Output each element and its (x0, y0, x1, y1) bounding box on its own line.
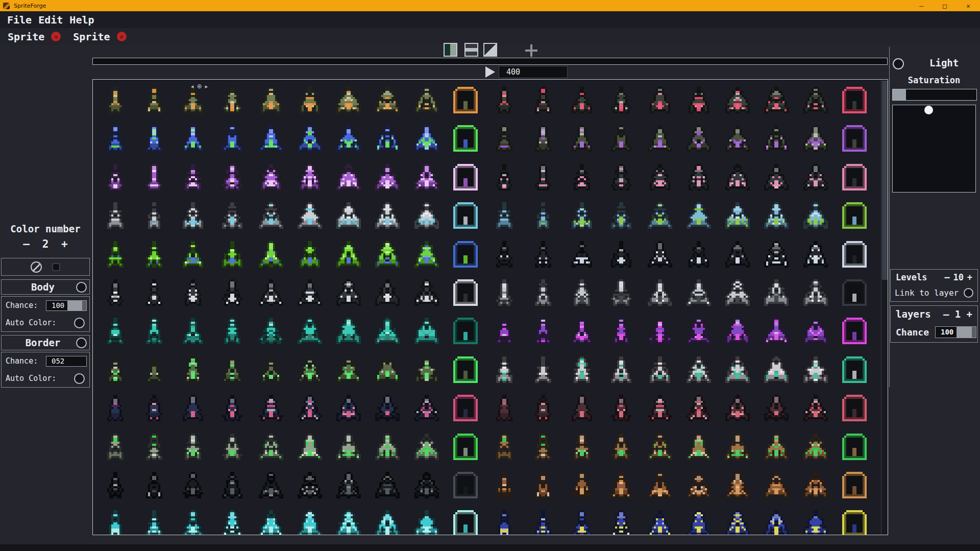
layer-chance-input[interactable]: 100 (935, 326, 976, 338)
light-toggle[interactable] (893, 58, 904, 69)
tab-sprite-1[interactable]: Sprite ✕ (8, 31, 61, 43)
menu-help[interactable]: Help (69, 14, 94, 26)
split-diagonal-icon[interactable] (483, 43, 497, 57)
menu-edit[interactable]: Edit (38, 14, 63, 26)
border-chance-input[interactable]: 052 (46, 356, 87, 367)
picker-dot[interactable] (924, 106, 933, 114)
app-window: SpriteForge – □ ✕ File Edit Help Sprite … (0, 0, 980, 551)
tab-label: Sprite (8, 31, 44, 43)
border-auto-color-label: Auto Color: (6, 374, 74, 383)
light-label: Light (929, 57, 959, 68)
border-section-title: Border (2, 337, 76, 348)
window-controls: – □ ✕ (910, 0, 980, 11)
window-title: SpriteForge (14, 3, 46, 9)
border-auto-color-toggle[interactable] (74, 373, 85, 384)
menubar: File Edit Help (0, 11, 980, 28)
body-section: Chance: 100 Auto Color: (1, 296, 90, 332)
body-auto-color-label: Auto Color: (6, 318, 74, 327)
body-chance-label: Chance: (6, 301, 46, 310)
play-button[interactable] (485, 66, 495, 78)
border-section-header: Border (1, 335, 90, 350)
levels-decrease-button[interactable]: — (945, 272, 950, 282)
layers-value: 1 (949, 308, 967, 320)
levels-increase-button[interactable]: + (967, 272, 972, 282)
no-color-tool-icon[interactable] (31, 261, 42, 273)
body-color-button[interactable] (76, 282, 87, 293)
layers-label: layers (896, 308, 943, 320)
minimize-button[interactable]: – (910, 0, 933, 11)
sprite-grid-panel: ◂⊕▸ (92, 79, 888, 535)
titlebar: SpriteForge – □ ✕ (0, 0, 980, 11)
layers-section: layers — 1 + Chance 100 (890, 305, 978, 343)
border-chance-label: Chance: (6, 356, 46, 366)
light-shading-picker[interactable] (892, 105, 976, 193)
saturation-slider-handle[interactable] (893, 89, 906, 100)
move-tool-icon[interactable] (525, 44, 537, 57)
layer-chance-row: Chance 100 (891, 322, 977, 342)
body-chance-input[interactable]: 100 (46, 300, 87, 311)
vertical-scrollbar[interactable] (881, 80, 888, 535)
color-number-decrease-button[interactable]: — (23, 238, 30, 250)
body-section-title: Body (2, 281, 76, 293)
body-section-header: Body (1, 279, 90, 295)
generation-progress-bar[interactable] (92, 58, 888, 65)
close-button[interactable]: ✕ (957, 0, 980, 11)
tab-close-icon[interactable]: ✕ (51, 32, 61, 41)
tab-sprite-2[interactable]: Sprite ✕ (73, 31, 126, 43)
layer-chance-label: Chance (896, 327, 929, 338)
border-color-button[interactable] (76, 338, 87, 348)
link-to-layer-label: Link to layer (895, 288, 959, 298)
paint-tools-box (1, 258, 90, 276)
gizmo-right-arrow-icon[interactable]: ▸ (204, 82, 211, 91)
body-auto-color-toggle[interactable] (74, 318, 85, 328)
color-swatch-tool[interactable] (52, 263, 60, 271)
link-to-layer-row: Link to layer (891, 285, 977, 300)
color-number-stepper: — 2 + (0, 238, 91, 250)
layers-row: layers — 1 + (891, 306, 977, 322)
color-number-increase-button[interactable]: + (61, 238, 68, 250)
gizmo-center-icon[interactable]: ⊕ (197, 82, 204, 91)
split-vertical-icon[interactable] (444, 43, 457, 57)
bottom-strip (0, 544, 980, 551)
tab-label: Sprite (73, 31, 110, 43)
app-icon (3, 3, 10, 9)
saturation-slider[interactable] (892, 89, 977, 101)
menu-file[interactable]: File (7, 14, 32, 26)
move-gizmo[interactable]: ◂⊕▸ (190, 82, 211, 91)
layers-increase-button[interactable]: + (967, 308, 972, 320)
color-number-value: 2 (37, 238, 54, 250)
split-horizontal-icon[interactable] (464, 43, 478, 57)
levels-row: Levels — 10 + (891, 270, 977, 285)
levels-label: Levels (896, 272, 945, 282)
saturation-label: Saturation (890, 75, 978, 85)
gizmo-left-arrow-icon[interactable]: ◂ (190, 82, 197, 91)
tab-close-icon[interactable]: ✕ (117, 32, 127, 41)
scrollbar-thumb[interactable] (882, 81, 888, 280)
maximize-button[interactable]: □ (933, 0, 957, 11)
color-number-title: Color number (0, 223, 91, 234)
border-section: Chance: 052 Auto Color: (1, 352, 90, 388)
layers-decrease-button[interactable]: — (943, 308, 949, 320)
right-panel-divider (889, 47, 890, 387)
sprite-grid-canvas[interactable] (93, 80, 881, 535)
levels-value: 10 (950, 272, 967, 282)
levels-section: Levels — 10 + Link to layer (890, 269, 978, 302)
link-to-layer-toggle[interactable] (964, 288, 973, 298)
sprite-count-field[interactable]: 400 (499, 66, 568, 78)
